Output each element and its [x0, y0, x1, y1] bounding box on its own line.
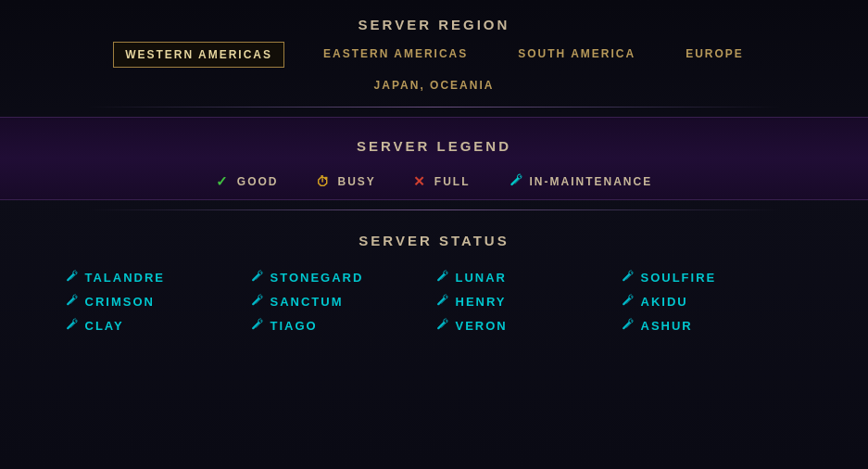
- wrench-icon-stonegard: [249, 269, 263, 285]
- wrench-icon-clay: [64, 317, 78, 334]
- server-talandre-label: TALANDRE: [85, 271, 166, 285]
- server-soulfire: SOULFIRE: [620, 269, 805, 285]
- wrench-icon-sanctum: [249, 293, 263, 310]
- page-container: SERVER REGION WESTERN AMERICAS EASTERN A…: [0, 0, 868, 469]
- server-sanctum-label: SANCTUM: [270, 295, 344, 309]
- server-lunar: LUNAR: [434, 269, 620, 285]
- server-veron-label: VERON: [456, 319, 508, 333]
- server-henry-label: HENRY: [456, 295, 507, 309]
- server-clay: CLAY: [64, 317, 249, 334]
- server-ashur-label: ASHUR: [641, 319, 693, 333]
- wrench-icon: [508, 172, 522, 190]
- server-crimson: CRIMSON: [64, 293, 249, 310]
- server-veron: VERON: [434, 317, 620, 334]
- server-region-title: SERVER REGION: [359, 17, 510, 32]
- wrench-icon-crimson: [64, 293, 78, 310]
- legend-full: ✕ FULL: [413, 173, 471, 190]
- region-tabs-row1: WESTERN AMERICAS EASTERN AMERICAS SOUTH …: [113, 42, 755, 68]
- server-lunar-label: LUNAR: [456, 271, 508, 285]
- status-title: SERVER STATUS: [359, 233, 509, 248]
- tab-eastern-americas[interactable]: EASTERN AMERICAS: [312, 42, 479, 68]
- server-talandre: TALANDRE: [64, 269, 249, 285]
- x-icon: ✕: [413, 173, 427, 190]
- server-clay-label: CLAY: [85, 319, 124, 333]
- status-section: SERVER STATUS TALANDRE STONEGARD LUNAR: [0, 216, 868, 334]
- tab-europe[interactable]: EUROPE: [674, 42, 755, 68]
- server-ashur: ASHUR: [620, 317, 805, 334]
- server-akidu: AKIDU: [620, 293, 805, 310]
- legend-maintenance: IN-MAINTENANCE: [508, 172, 653, 190]
- check-icon: ✓: [216, 173, 230, 190]
- server-akidu-label: AKIDU: [641, 295, 688, 309]
- wrench-icon-ashur: [620, 317, 634, 334]
- divider-2: [0, 209, 868, 210]
- legend-good: ✓ GOOD: [216, 173, 279, 190]
- server-soulfire-label: SOULFIRE: [641, 271, 717, 285]
- legend-items: ✓ GOOD ⏱ BUSY ✕ FULL IN-MAINTENANCE: [216, 172, 652, 190]
- wrench-icon-henry: [434, 293, 448, 310]
- region-tabs-row2: JAPAN, OCEANIA: [363, 73, 506, 97]
- wrench-icon-akidu: [620, 293, 634, 310]
- server-stonegard: STONEGARD: [249, 269, 434, 285]
- wrench-icon-veron: [434, 317, 448, 334]
- wrench-icon-soulfire: [620, 269, 634, 285]
- tab-western-americas[interactable]: WESTERN AMERICAS: [113, 42, 284, 68]
- server-tiago-label: TIAGO: [270, 319, 318, 333]
- server-grid: TALANDRE STONEGARD LUNAR SOULFIRE: [36, 269, 833, 334]
- legend-good-label: GOOD: [237, 175, 279, 188]
- legend-section: SERVER LEGEND ✓ GOOD ⏱ BUSY ✕ FULL IN: [0, 117, 868, 200]
- legend-title: SERVER LEGEND: [357, 138, 511, 154]
- wrench-icon-tiago: [249, 317, 263, 334]
- divider-1: [0, 107, 868, 108]
- legend-full-label: FULL: [434, 175, 471, 188]
- tab-japan-oceania[interactable]: JAPAN, OCEANIA: [363, 73, 506, 97]
- wrench-icon-lunar: [434, 269, 448, 285]
- server-sanctum: SANCTUM: [249, 293, 434, 310]
- legend-busy-label: BUSY: [338, 175, 376, 188]
- legend-maintenance-label: IN-MAINTENANCE: [530, 175, 653, 188]
- tab-south-america[interactable]: SOUTH AMERICA: [507, 42, 647, 68]
- wrench-icon-talandre: [64, 269, 78, 285]
- server-crimson-label: CRIMSON: [85, 295, 155, 309]
- server-tiago: TIAGO: [249, 317, 434, 334]
- server-henry: HENRY: [434, 293, 620, 310]
- legend-busy: ⏱ BUSY: [316, 174, 376, 189]
- server-stonegard-label: STONEGARD: [270, 271, 364, 285]
- clock-icon: ⏱: [316, 174, 331, 189]
